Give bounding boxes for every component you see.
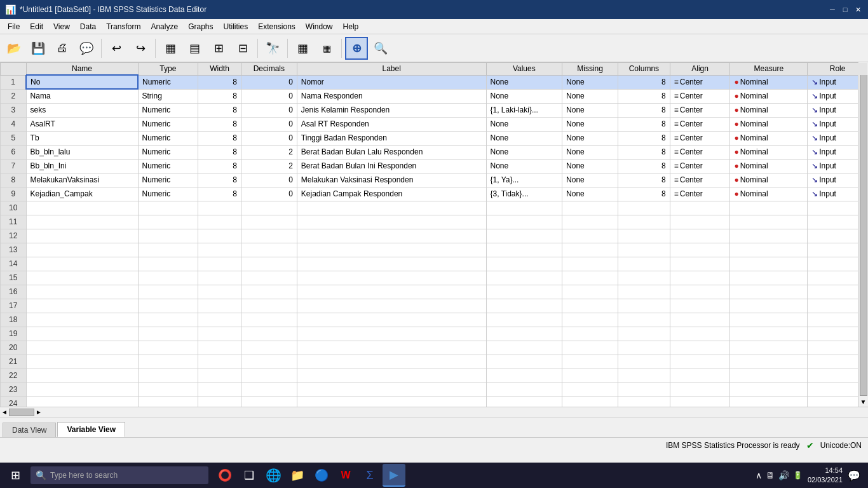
cell-name[interactable]: Nama: [26, 89, 138, 103]
search-button[interactable]: 🔍: [369, 37, 392, 60]
cell-missing-empty[interactable]: [562, 327, 618, 341]
cell-width[interactable]: 8: [198, 75, 241, 89]
cell-missing-empty[interactable]: [562, 369, 618, 383]
taskbar-edge[interactable]: 🌐: [262, 464, 285, 487]
cell-name[interactable]: Kejadian_Campak: [26, 187, 138, 201]
cell-align[interactable]: ≡Center: [670, 89, 730, 103]
cell-decimals-empty[interactable]: [241, 396, 297, 407]
scroll-right-button[interactable]: ►: [36, 409, 42, 416]
close-button[interactable]: ✕: [853, 4, 863, 15]
cell-measure-empty[interactable]: [730, 299, 808, 313]
scroll-left-button[interactable]: ◄: [1, 409, 8, 416]
cell-label-empty[interactable]: [297, 369, 486, 383]
cell-missing[interactable]: None: [562, 117, 618, 131]
search-input[interactable]: [50, 471, 177, 480]
cell-align-empty[interactable]: [670, 229, 730, 243]
cell-values[interactable]: None: [486, 75, 562, 89]
cell-name-empty[interactable]: [26, 396, 138, 407]
cell-measure-empty[interactable]: [730, 243, 808, 257]
table-row[interactable]: 2 Nama String 8 0 Nama Responden None No…: [1, 89, 868, 103]
taskbar-wps[interactable]: W: [334, 464, 357, 487]
cell-values[interactable]: {3, Tidak}...: [486, 187, 562, 201]
cell-name-empty[interactable]: [26, 299, 138, 313]
print-button[interactable]: 🖨: [51, 37, 74, 60]
active-dataset-button[interactable]: ⊕: [345, 37, 368, 60]
col-columns-header[interactable]: Columns: [618, 63, 670, 76]
cell-name[interactable]: seks: [26, 103, 138, 117]
data-view-tab[interactable]: Data View: [3, 423, 56, 437]
cell-type[interactable]: Numeric: [138, 173, 198, 187]
variable-view-tab[interactable]: Variable View: [57, 422, 125, 437]
cell-columns-empty[interactable]: [618, 355, 670, 369]
cell-measure-empty[interactable]: [730, 313, 808, 327]
cell-values-empty[interactable]: [486, 383, 562, 396]
taskbar-multitask[interactable]: ❑: [238, 464, 261, 487]
cell-values-empty[interactable]: [486, 313, 562, 327]
cell-name-empty[interactable]: [26, 313, 138, 327]
cell-values-empty[interactable]: [486, 229, 562, 243]
cell-columns-empty[interactable]: [618, 257, 670, 271]
menu-item-file[interactable]: File: [3, 21, 25, 32]
col-values-header[interactable]: Values: [486, 63, 562, 76]
cell-width-empty[interactable]: [198, 383, 241, 396]
menu-item-edit[interactable]: Edit: [25, 21, 48, 32]
cell-width[interactable]: 8: [198, 159, 241, 173]
cell-decimals[interactable]: 0: [241, 173, 297, 187]
cell-align[interactable]: ≡Center: [670, 159, 730, 173]
cell-measure-empty[interactable]: [730, 327, 808, 341]
table-row[interactable]: 8 MelakukanVaksinasi Numeric 8 0 Melakuk…: [1, 173, 868, 187]
data-editor-button[interactable]: ▦: [291, 37, 314, 60]
cell-measure[interactable]: ●Nominal: [730, 159, 808, 173]
cell-missing-empty[interactable]: [562, 257, 618, 271]
goto-var-button[interactable]: ▦: [159, 37, 182, 60]
cell-decimals[interactable]: 2: [241, 159, 297, 173]
cell-name-empty[interactable]: [26, 369, 138, 383]
dialog-recall-button[interactable]: 💬: [75, 37, 98, 60]
cell-type-empty[interactable]: [138, 201, 198, 215]
cell-missing-empty[interactable]: [562, 271, 618, 285]
cell-columns[interactable]: 8: [618, 173, 670, 187]
cell-align[interactable]: ≡Center: [670, 117, 730, 131]
cell-name-empty[interactable]: [26, 285, 138, 299]
taskbar-search[interactable]: 🔍: [31, 466, 208, 484]
cell-measure[interactable]: ●Nominal: [730, 75, 808, 89]
menu-item-view[interactable]: View: [48, 21, 75, 32]
cell-align-empty[interactable]: [670, 369, 730, 383]
cell-measure-empty[interactable]: [730, 215, 808, 229]
cell-width-empty[interactable]: [198, 341, 241, 355]
cell-values-empty[interactable]: [486, 215, 562, 229]
cell-decimals[interactable]: 0: [241, 131, 297, 145]
cell-type-empty[interactable]: [138, 383, 198, 396]
cell-type[interactable]: Numeric: [138, 103, 198, 117]
cell-measure-empty[interactable]: [730, 229, 808, 243]
cell-decimals-empty[interactable]: [241, 201, 297, 215]
cell-label-empty[interactable]: [297, 257, 486, 271]
cell-name[interactable]: Tb: [26, 131, 138, 145]
cell-type[interactable]: Numeric: [138, 145, 198, 159]
cell-missing-empty[interactable]: [562, 285, 618, 299]
show-hidden-icon[interactable]: ∧: [756, 470, 762, 480]
cell-align-empty[interactable]: [670, 257, 730, 271]
cell-values-empty[interactable]: [486, 369, 562, 383]
cell-align-empty[interactable]: [670, 327, 730, 341]
cell-type[interactable]: Numeric: [138, 117, 198, 131]
cell-width[interactable]: 8: [198, 103, 241, 117]
cell-measure[interactable]: ●Nominal: [730, 131, 808, 145]
cell-type-empty[interactable]: [138, 355, 198, 369]
table-row-empty[interactable]: 14: [1, 257, 868, 271]
cell-missing-empty[interactable]: [562, 383, 618, 396]
cell-values[interactable]: {1, Laki-laki}...: [486, 103, 562, 117]
horizontal-scrollbar[interactable]: ◄ ►: [0, 407, 868, 417]
scroll-down-button[interactable]: ▼: [859, 397, 868, 407]
cell-columns[interactable]: 8: [618, 103, 670, 117]
cell-width-empty[interactable]: [198, 243, 241, 257]
cell-measure[interactable]: ●Nominal: [730, 103, 808, 117]
cell-name[interactable]: MelakukanVaksinasi: [26, 173, 138, 187]
cell-decimals-empty[interactable]: [241, 341, 297, 355]
cell-type[interactable]: Numeric: [138, 131, 198, 145]
cell-type[interactable]: Numeric: [138, 187, 198, 201]
cell-name-empty[interactable]: [26, 327, 138, 341]
cell-values-empty[interactable]: [486, 285, 562, 299]
cell-missing-empty[interactable]: [562, 396, 618, 407]
cell-columns[interactable]: 8: [618, 159, 670, 173]
